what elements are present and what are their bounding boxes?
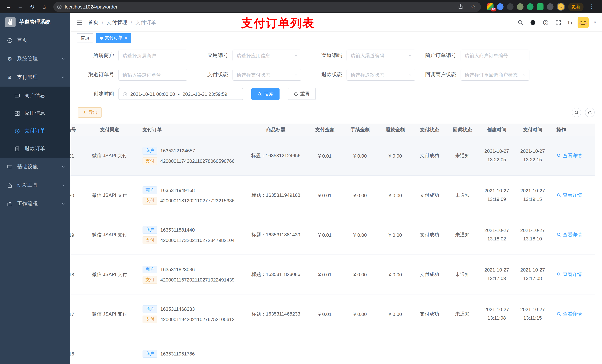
extension-icon-6[interactable] (537, 3, 544, 10)
view-detail-link[interactable]: 查看详情 (557, 192, 582, 199)
extension-icon-5[interactable] (527, 3, 534, 10)
merchant-tag: 商户 (142, 265, 157, 273)
view-detail-link[interactable]: 查看详情 (557, 271, 582, 278)
merchant-order-no-input[interactable] (465, 53, 525, 58)
merchant-order-no-field[interactable] (461, 50, 529, 62)
view-detail-link[interactable]: 查看详情 (557, 311, 582, 317)
cell-order-id: 17 (70, 311, 80, 317)
sidebar-item-pay-order[interactable]: 支付订单 (0, 122, 70, 140)
sidebar-item-merchant-info[interactable]: 商户信息 (0, 87, 70, 104)
extension-icon-1[interactable]: 10 (487, 3, 494, 10)
cell-pay-status: 支付成功 (413, 311, 446, 317)
browser-back-button[interactable]: ← (4, 2, 13, 11)
pay-tag: 支付 (142, 276, 157, 283)
filter-label: 支付状态 (192, 71, 233, 78)
refresh-button[interactable] (585, 108, 595, 117)
reset-button[interactable]: 重置 (288, 88, 316, 100)
refund-status-input[interactable] (351, 72, 411, 77)
page-content: 所属商户 应用编号 渠道编码 (70, 44, 602, 364)
browser-profile-avatar[interactable] (557, 3, 565, 11)
sidebar-item-refund-order[interactable]: 退款订单 (0, 140, 70, 157)
refund-status-select[interactable] (346, 69, 415, 81)
user-menu-caret-icon[interactable]: ▾ (594, 20, 596, 25)
sidebar-item-infrastructure[interactable]: 基础设施 (0, 157, 70, 176)
tab-home[interactable]: 首页 (77, 33, 93, 43)
view-detail-link[interactable]: 查看详情 (557, 232, 582, 238)
merchant-input[interactable] (123, 53, 183, 58)
channel-code-input[interactable] (351, 53, 411, 58)
browser-chrome: ← → ↻ ⌂ localhost:1024/pay/order ☆ 10 (0, 0, 602, 13)
breadcrumb-payment[interactable]: 支付管理 (107, 19, 127, 26)
date-end-value[interactable]: 2021-10-31 23:59:59 (183, 91, 227, 97)
address-bar[interactable]: localhost:1024/pay/order ☆ (53, 2, 481, 12)
sidebar-item-system[interactable]: ⚙ 系统管理 (0, 50, 70, 68)
bookmark-star-icon[interactable]: ☆ (469, 4, 477, 10)
pay-status-input[interactable] (236, 72, 297, 77)
sidebar-item-home[interactable]: 首页 (0, 31, 70, 50)
extension-icon-4[interactable] (517, 3, 524, 10)
app-select[interactable] (233, 50, 301, 62)
channel-code-select[interactable] (346, 50, 415, 62)
cell-create-time: 2021-10-2713:11:08 (479, 306, 515, 322)
browser-reload-button[interactable]: ↻ (27, 2, 37, 11)
browser-menu-icon[interactable]: ⋮ (587, 3, 597, 10)
search-button[interactable]: 搜索 (251, 88, 280, 100)
url-text[interactable]: localhost:1024/pay/order (65, 4, 455, 10)
chevron-down-icon (62, 165, 65, 169)
app-logo (5, 17, 16, 27)
browser-update-button[interactable]: 更新 (568, 2, 583, 11)
close-icon[interactable]: × (124, 35, 127, 40)
fullscreen-icon[interactable] (555, 19, 562, 26)
cell-product-title: 标题：1635311949168 (244, 192, 307, 199)
hamburger-icon[interactable] (76, 20, 82, 25)
export-button[interactable]: 导出 (78, 107, 102, 118)
pay-status-select[interactable] (233, 69, 301, 81)
github-icon[interactable] (529, 19, 537, 26)
filter-merchant-order-no: 商户订单编号 (420, 50, 529, 62)
extensions-puzzle-icon[interactable] (547, 3, 553, 10)
merchant-order-line: 商户1635311823086 (142, 265, 244, 273)
font-size-icon[interactable]: TT (567, 19, 573, 26)
chevron-down-icon (62, 184, 65, 187)
browser-home-button[interactable]: ⌂ (39, 2, 49, 11)
toggle-search-button[interactable] (572, 108, 581, 117)
view-detail-link[interactable]: 查看详情 (557, 152, 582, 159)
app-input[interactable] (236, 53, 297, 58)
channel-order-no-field[interactable] (118, 69, 187, 81)
date-start-value[interactable]: 2021-10-01 00:00:00 (130, 91, 175, 97)
cell-notify-status: 未通知 (446, 192, 479, 199)
sidebar-item-app-info[interactable]: 应用信息 (0, 104, 70, 122)
sidebar-item-workflow[interactable]: 工作流程 (0, 195, 70, 213)
share-icon[interactable] (458, 4, 466, 9)
date-range-picker[interactable]: 2021-10-01 00:00:00 - 2021-10-31 23:59:5… (118, 88, 243, 100)
cell-product-title: 标题：1635311881439 (244, 232, 307, 238)
notify-status-select[interactable] (461, 69, 529, 81)
user-avatar[interactable] (578, 17, 589, 28)
merchant-tag: 商户 (142, 305, 157, 313)
cell-fee-amount: ¥ 0.00 (343, 153, 378, 158)
browser-forward-button[interactable]: → (16, 2, 25, 11)
extension-icon-2[interactable] (497, 3, 504, 10)
search-icon[interactable] (517, 19, 524, 26)
site-info-icon[interactable] (57, 4, 62, 9)
pay-tag: 支付 (142, 315, 157, 323)
filter-channel-code: 渠道编码 (306, 50, 415, 62)
cell-create-time: 2021-10-2713:19:09 (479, 187, 515, 204)
merchant-select[interactable] (118, 50, 187, 62)
breadcrumb-home[interactable]: 首页 (88, 19, 98, 26)
sidebar-item-label: 系统管理 (17, 55, 38, 62)
extension-icon-3[interactable] (507, 3, 514, 10)
breadcrumb-separator: / (131, 20, 132, 25)
tab-pay-order[interactable]: 支付订单 × (96, 33, 131, 43)
help-icon[interactable]: ? (542, 19, 549, 26)
app-logo-row[interactable]: 芋道管理系统 (0, 13, 70, 31)
table-header-row: 编号 支付渠道 支付订单 商品标题 支付金额 手续金额 退款金额 支付状态 回调… (70, 124, 595, 136)
chevron-down-icon (408, 53, 412, 58)
sidebar-item-dev-tools[interactable]: 研发工具 (0, 176, 70, 195)
payment-submenu: 商户信息 应用信息 支付订单 (0, 87, 70, 157)
chevron-up-icon (62, 75, 65, 79)
notify-status-input[interactable] (465, 72, 525, 77)
channel-order-no-input[interactable] (123, 72, 183, 77)
merchant-order-no: 1635311881440 (160, 227, 195, 232)
sidebar-item-payment[interactable]: ¥ 支付管理 (0, 68, 70, 87)
